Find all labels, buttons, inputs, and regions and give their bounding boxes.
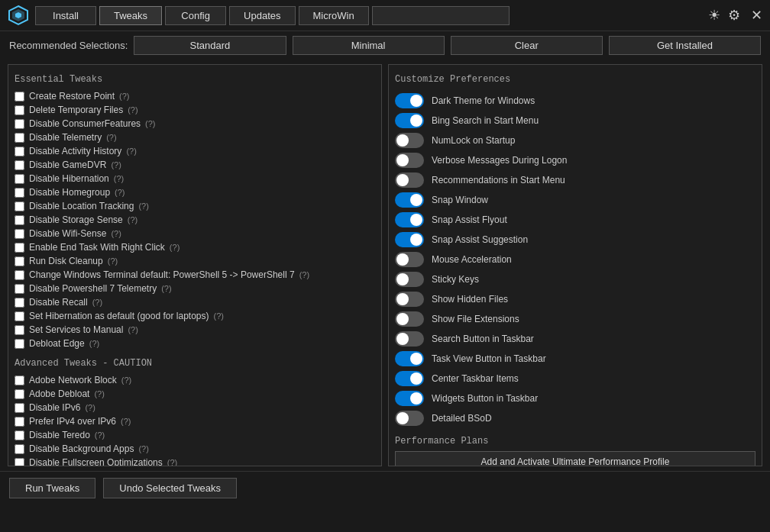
tab-updates[interactable]: Updates <box>229 6 295 25</box>
pref-mouse-acceleration: Mouse Acceleration <box>395 250 755 269</box>
minimal-button[interactable]: Minimal <box>293 36 445 55</box>
tab-config[interactable]: Config <box>165 6 226 25</box>
pref-search-button-taskbar: Search Button in Taskbar <box>395 329 755 349</box>
toggle-task-view-taskbar[interactable] <box>395 351 424 366</box>
tweak-adobe-debloat[interactable]: Adobe Debloat(?) <box>15 387 375 401</box>
toggle-sticky-keys[interactable] <box>395 272 424 287</box>
pref-task-view-taskbar: Task View Button in Taskbar <box>395 349 755 369</box>
pref-dark-theme: Dark Theme for Windows <box>395 91 755 111</box>
standard-button[interactable]: Standard <box>134 36 286 55</box>
tweak-debloat-edge[interactable]: Debloat Edge(?) <box>15 337 375 350</box>
title-bar: Install Tweaks Config Updates MicroWin ☀… <box>0 0 770 31</box>
clear-button[interactable]: Clear <box>451 36 603 55</box>
tweak-disable-recall[interactable]: Disable Recall(?) <box>15 295 375 309</box>
tweak-disable-hibernation[interactable]: Disable Hibernation(?) <box>15 172 375 185</box>
tab-install[interactable]: Install <box>35 6 96 25</box>
tweak-disable-wifi-sense[interactable]: Disable Wifi-Sense(?) <box>15 227 375 240</box>
essential-tweaks-header: Essential Tweaks <box>15 74 375 85</box>
tweak-disable-storage-sense[interactable]: Disable Storage Sense(?) <box>15 213 375 227</box>
toggle-numlock[interactable] <box>395 133 424 148</box>
left-panel: Essential Tweaks Create Restore Point(?)… <box>8 64 382 466</box>
toggle-show-hidden-files[interactable] <box>395 292 424 307</box>
toggle-dark-theme[interactable] <box>395 93 424 108</box>
toggle-detailed-bsod[interactable] <box>395 411 424 426</box>
toggle-snap-assist-flyout[interactable] <box>395 212 424 227</box>
recommended-bar: Recommended Selections: Standard Minimal… <box>0 31 770 60</box>
pref-show-hidden-files: Show Hidden Files <box>395 289 755 309</box>
tweak-disable-activity-history[interactable]: Disable Activity History(?) <box>15 144 375 158</box>
tweak-disable-teredo[interactable]: Disable Teredo(?) <box>15 428 375 442</box>
tweak-disable-telemetry[interactable]: Disable Telemetry(?) <box>15 131 375 144</box>
pref-snap-assist-suggestion: Snap Assist Suggestion <box>395 230 755 250</box>
add-activate-performance-profile-button[interactable]: Add and Activate Ultimate Performance Pr… <box>395 451 755 466</box>
run-tweaks-button[interactable]: Run Tweaks <box>9 478 95 498</box>
tweak-disable-ipv6[interactable]: Disable IPv6(?) <box>15 401 375 414</box>
tweak-disable-gamedvr[interactable]: Disable GameDVR(?) <box>15 158 375 172</box>
pref-widgets-taskbar: Widgets Button in Taskbar <box>395 389 755 408</box>
advanced-tweaks-header: Advanced Tweaks - CAUTION <box>15 358 375 369</box>
pref-snap-window: Snap Window <box>395 190 755 210</box>
toggle-search-button-taskbar[interactable] <box>395 331 424 347</box>
tweak-create-restore-point[interactable]: Create Restore Point(?) <box>15 89 375 103</box>
pref-numlock: NumLock on Startup <box>395 131 755 150</box>
preferences-list: Dark Theme for Windows Bing Search in St… <box>395 91 755 428</box>
toggle-recommendations[interactable] <box>395 172 424 188</box>
get-installed-button[interactable]: Get Installed <box>609 36 761 55</box>
toggle-snap-window[interactable] <box>395 192 424 208</box>
tab-tweaks[interactable]: Tweaks <box>99 6 162 25</box>
advanced-tweaks-list: Adobe Network Block(?) Adobe Debloat(?) … <box>15 373 375 466</box>
tweak-disable-location-tracking[interactable]: Disable Location Tracking(?) <box>15 199 375 213</box>
performance-plans-header: Performance Plans <box>395 436 755 447</box>
tweak-disable-fullscreen-optimizations[interactable]: Disable Fullscreen Optimizations(?) <box>15 456 375 466</box>
title-icons: ☀ ⚙ ✕ <box>708 7 762 24</box>
pref-bing-search: Bing Search in Start Menu <box>395 111 755 131</box>
pref-show-file-extensions: Show File Extensions <box>395 309 755 329</box>
tweak-set-hibernation-default[interactable]: Set Hibernation as default (good for lap… <box>15 309 375 323</box>
bottom-bar: Run Tweaks Undo Selected Tweaks <box>0 471 770 505</box>
toggle-verbose-messages[interactable] <box>395 153 424 168</box>
pref-verbose-messages: Verbose Messages During Logon <box>395 150 755 170</box>
pref-detailed-bsod: Detailed BSoD <box>395 408 755 428</box>
toggle-mouse-acceleration[interactable] <box>395 252 424 267</box>
tweak-run-disk-cleanup[interactable]: Run Disk Cleanup(?) <box>15 254 375 268</box>
customize-prefs-header: Customize Preferences <box>395 74 755 85</box>
pref-recommendations: Recommendations in Start Menu <box>395 170 755 190</box>
close-icon[interactable]: ✕ <box>751 7 762 24</box>
main-content: Essential Tweaks Create Restore Point(?)… <box>0 60 770 471</box>
recommended-label: Recommended Selections: <box>9 40 128 51</box>
tweak-prefer-ipv4[interactable]: Prefer IPv4 over IPv6(?) <box>15 414 375 428</box>
tweak-adobe-network-block[interactable]: Adobe Network Block(?) <box>15 373 375 387</box>
tweak-disable-ps7-telemetry[interactable]: Disable Powershell 7 Telemetry(?) <box>15 282 375 295</box>
app-logo <box>8 5 29 26</box>
nav-tabs: Install Tweaks Config Updates MicroWin <box>35 6 696 25</box>
gear-icon[interactable]: ⚙ <box>728 7 740 24</box>
tweak-disable-background-apps[interactable]: Disable Background Apps(?) <box>15 442 375 456</box>
tweak-enable-end-task[interactable]: Enable End Task With Right Click(?) <box>15 240 375 254</box>
tweak-change-terminal[interactable]: Change Windows Terminal default: PowerSh… <box>15 268 375 282</box>
pref-snap-assist-flyout: Snap Assist Flyout <box>395 210 755 230</box>
tab-microwin[interactable]: MicroWin <box>299 6 369 25</box>
pref-sticky-keys: Sticky Keys <box>395 269 755 289</box>
search-input[interactable] <box>372 6 510 25</box>
sun-icon[interactable]: ☀ <box>708 7 720 24</box>
tweak-disable-homegroup[interactable]: Disable Homegroup(?) <box>15 185 375 199</box>
toggle-snap-assist-suggestion[interactable] <box>395 232 424 247</box>
essential-tweaks-list: Create Restore Point(?) Delete Temporary… <box>15 89 375 350</box>
pref-center-taskbar: Center Taskbar Items <box>395 369 755 389</box>
tweak-set-services-manual[interactable]: Set Services to Manual(?) <box>15 323 375 337</box>
undo-selected-tweaks-button[interactable]: Undo Selected Tweaks <box>103 478 237 498</box>
right-panel: Customize Preferences Dark Theme for Win… <box>388 64 762 466</box>
tweak-delete-temp-files[interactable]: Delete Temporary Files(?) <box>15 103 375 117</box>
toggle-widgets-taskbar[interactable] <box>395 391 424 406</box>
tweak-disable-consumer-features[interactable]: Disable ConsumerFeatures(?) <box>15 117 375 131</box>
toggle-show-file-extensions[interactable] <box>395 311 424 327</box>
toggle-bing-search[interactable] <box>395 113 424 128</box>
toggle-center-taskbar[interactable] <box>395 371 424 386</box>
